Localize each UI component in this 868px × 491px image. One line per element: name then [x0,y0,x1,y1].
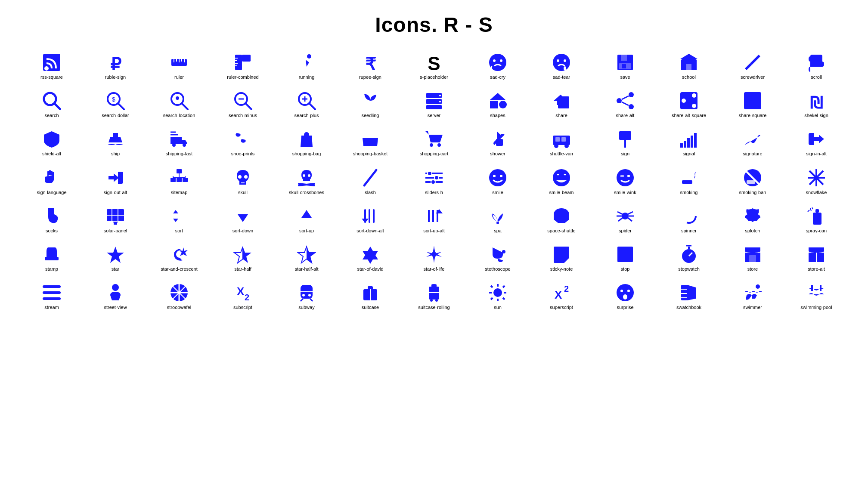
svg-line-188 [310,299,313,301]
subway-icon [297,283,316,302]
svg-line-59 [622,102,629,105]
svg-point-126 [815,176,818,179]
icon-item-smile-wink: smile-wink [594,165,656,199]
smile-label: smile [492,190,503,195]
icon-item-search-dollar: $search-dollar [84,88,146,122]
icon-item-running: running [276,49,338,83]
icon-item-sort-down: sort-down [212,203,274,237]
svg-rect-87 [694,133,697,148]
svg-line-149 [628,218,632,221]
icon-grid: rss-square₽ruble-signrulerruler-combined… [12,49,856,314]
svg-point-162 [502,250,505,253]
svg-line-33 [54,103,60,109]
icon-item-snowflake: snowflake [785,165,847,199]
svg-point-22 [557,59,559,62]
svg-rect-216 [820,285,822,291]
shipping-fast-icon [170,130,189,148]
icon-item-stethoscope: stethoscope [467,241,529,275]
icon-item-sign-in-alt: sign-in-alt [785,126,847,160]
ruler-combined-label: ruler-combined [227,74,258,80]
svg-rect-88 [177,169,182,173]
svg-rect-78 [561,137,566,142]
star-half-alt-icon [297,245,316,264]
icon-item-shower: shower [467,126,529,160]
svg-point-109 [431,180,435,184]
icon-item-subway: subway [276,280,338,314]
svg-point-99 [303,174,305,177]
svg-point-185 [302,294,305,296]
signature-label: signature [743,151,762,157]
svg-rect-152 [815,209,819,213]
shoe-prints-icon [233,130,252,148]
screwdriver-label: screwdriver [741,74,765,80]
svg-line-145 [628,212,633,214]
search-location-icon [170,91,189,110]
ruler-icon [170,53,189,72]
star-half-alt-label: star-half-alt [294,266,318,272]
sitemap-icon [170,168,189,187]
icon-item-sliders-h: sliders-h [403,165,465,199]
star-of-david-icon [361,245,380,264]
shipping-fast-label: shipping-fast [166,151,192,157]
svg-rect-118 [693,180,698,184]
svg-point-107 [428,171,432,176]
icon-item-shopping-basket: shopping-basket [339,126,401,160]
svg-rect-86 [691,136,693,148]
svg-point-108 [434,176,439,180]
svg-point-70 [183,143,186,147]
svg-rect-26 [621,55,627,61]
icon-item-sort: sort [148,203,210,237]
shopping-cart-label: shopping-cart [420,151,449,157]
running-icon [297,53,316,72]
sort-up-icon [297,207,316,225]
stream-label: stream [44,305,59,310]
smoking-icon [679,168,698,187]
svg-line-203 [503,298,505,300]
icon-item-stamp: stamp [21,241,83,275]
shopping-bag-icon [297,130,316,148]
svg-point-57 [629,104,634,109]
skull-icon [233,168,252,187]
stop-icon [616,245,635,264]
slash-icon [361,168,380,187]
sort-down-alt-icon [361,207,380,225]
sort-down-icon [233,207,252,225]
swatchbook-label: swatchbook [676,305,701,310]
icon-item-spray-can: spray-can [785,203,847,237]
seedling-icon [361,91,380,110]
sort-down-label: sort-down [232,228,253,234]
shopping-basket-icon [361,130,380,148]
smoking-label: smoking [680,190,698,195]
icon-item-sign-language: sign-language [21,165,83,199]
search-plus-icon [297,91,316,110]
svg-point-112 [500,175,502,177]
svg-marker-137 [362,219,369,223]
sliders-h-label: sliders-h [425,190,443,195]
school-icon [679,53,698,72]
solar-panel-icon [106,207,125,225]
share-alt-label: share-alt [616,113,635,118]
share-alt-square-label: share-alt-square [672,113,706,118]
icon-item-signal: signal [658,126,720,160]
svg-line-155 [812,207,813,209]
stopwatch-icon [679,245,698,264]
svg-point-73 [430,143,433,147]
svg-point-100 [308,174,310,177]
shield-alt-icon [42,130,61,148]
svg-rect-49 [426,105,442,109]
spinner-icon [679,207,698,225]
swimming-pool-icon [807,283,826,302]
icon-item-spider: spider [594,203,656,237]
svg-point-74 [437,143,441,147]
sort-down-alt-label: sort-down-alt [356,228,384,234]
scroll-icon [807,53,826,72]
svg-line-144 [617,212,623,214]
ruble-sign-icon: ₽ [106,53,125,72]
rupee-sign-icon: ₹ [361,53,380,72]
svg-marker-158 [179,247,188,256]
svg-rect-85 [687,138,690,148]
svg-point-193 [430,299,433,302]
svg-rect-68 [113,133,118,137]
icon-item-server: server [403,88,465,122]
superscript-icon: X2 [552,283,571,302]
